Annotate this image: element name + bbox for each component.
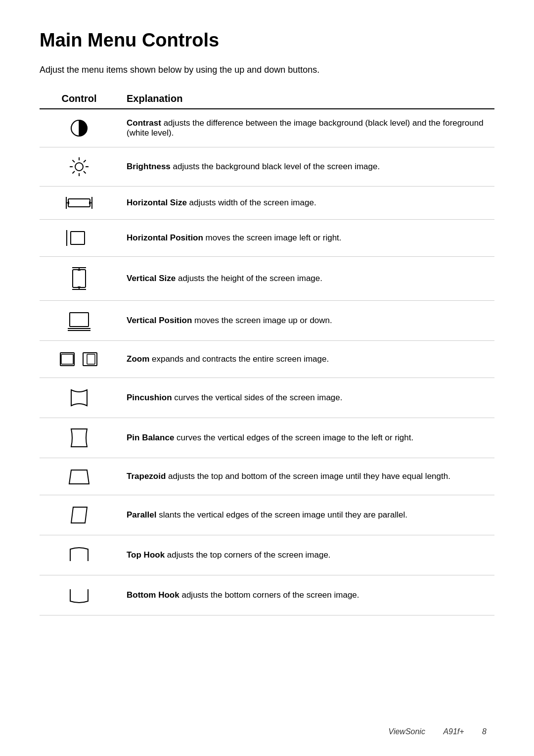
- explanation-text: moves the screen image left or right.: [203, 233, 342, 242]
- explanation-text: slants the vertical edges of the screen …: [157, 510, 407, 520]
- svg-line-10: [73, 171, 75, 174]
- bold-label: Parallel: [127, 510, 157, 520]
- explanation-cell-pincushion: Pincushion curves the vertical sides of …: [119, 378, 494, 418]
- bold-label: Pincushion: [127, 393, 172, 402]
- explanation-cell-top-hook: Top Hook adjusts the top corners of the …: [119, 535, 494, 575]
- icon-cell-contrast: [40, 109, 119, 147]
- explanation-text: adjusts width of the screen image.: [187, 198, 316, 207]
- icon-cell-brightness: [40, 147, 119, 187]
- page-title: Main Menu Controls: [40, 30, 494, 51]
- table-row: Horizontal Size adjusts width of the scr…: [40, 187, 494, 220]
- bold-label: Vertical Position: [127, 316, 192, 325]
- footer-page: 8: [482, 727, 487, 736]
- footer-brand: ViewSonic: [389, 727, 425, 736]
- svg-rect-24: [70, 313, 89, 327]
- table-row: Zoom expands and contracts the entire sc…: [40, 341, 494, 378]
- table-row: Pin Balance curves the vertical edges of…: [40, 418, 494, 458]
- svg-rect-19: [73, 270, 86, 287]
- explanation-text: adjusts the top corners of the screen im…: [165, 550, 330, 560]
- footer-model: A91f+: [443, 727, 464, 736]
- svg-line-8: [84, 171, 86, 174]
- table-row: Pincushion curves the vertical sides of …: [40, 378, 494, 418]
- svg-marker-32: [71, 507, 87, 523]
- explanation-text: adjusts the difference between the image…: [127, 118, 484, 138]
- bold-label: Vertical Size: [127, 274, 176, 283]
- table-row: Parallel slants the vertical edges of th…: [40, 495, 494, 535]
- bold-label: Horizontal Size: [127, 198, 187, 207]
- explanation-cell-vertical-position: Vertical Position moves the screen image…: [119, 301, 494, 341]
- explanation-cell-bottom-hook: Bottom Hook adjusts the bottom corners o…: [119, 575, 494, 615]
- svg-rect-30: [87, 354, 95, 364]
- explanation-text: curves the vertical sides of the screen …: [172, 393, 343, 402]
- explanation-text: curves the vertical edges of the screen …: [174, 433, 413, 442]
- icon-cell-pincushion: [40, 378, 119, 418]
- icon-cell-zoom: [40, 341, 119, 378]
- svg-line-9: [84, 160, 86, 163]
- table-row: Horizontal Position moves the screen ima…: [40, 220, 494, 257]
- svg-marker-31: [69, 470, 89, 484]
- explanation-cell-brightness: Brightness adjusts the background black …: [119, 147, 494, 187]
- svg-line-7: [73, 160, 75, 163]
- table-row: Brightness adjusts the background black …: [40, 147, 494, 187]
- icon-cell-horizontal-size: [40, 187, 119, 220]
- bold-label: Trapezoid: [127, 472, 166, 481]
- table-row: Vertical Size adjusts the height of the …: [40, 257, 494, 301]
- explanation-cell-zoom: Zoom expands and contracts the entire sc…: [119, 341, 494, 378]
- intro-text: Adjust the menu items shown below by usi…: [40, 65, 494, 75]
- bold-label: Top Hook: [127, 550, 165, 560]
- bold-label: Brightness: [127, 162, 171, 171]
- bold-label: Contrast: [127, 118, 161, 128]
- explanation-text: adjusts the top and bottom of the screen…: [166, 472, 450, 481]
- table-row: Vertical Position moves the screen image…: [40, 301, 494, 341]
- table-row: Trapezoid adjusts the top and bottom of …: [40, 458, 494, 495]
- icon-cell-bottom-hook: [40, 575, 119, 615]
- col-control: Control: [40, 89, 119, 109]
- explanation-text: adjusts the background black level of th…: [171, 162, 380, 171]
- explanation-cell-pin-balance: Pin Balance curves the vertical edges of…: [119, 418, 494, 458]
- explanation-cell-horizontal-position: Horizontal Position moves the screen ima…: [119, 220, 494, 257]
- explanation-cell-parallel: Parallel slants the vertical edges of th…: [119, 495, 494, 535]
- icon-cell-vertical-position: [40, 301, 119, 341]
- svg-rect-11: [68, 199, 90, 207]
- explanation-cell-vertical-size: Vertical Size adjusts the height of the …: [119, 257, 494, 301]
- explanation-text: expands and contracts the entire screen …: [149, 354, 329, 364]
- icon-cell-horizontal-position: [40, 220, 119, 257]
- col-explanation: Explanation: [119, 89, 494, 109]
- svg-point-2: [75, 163, 83, 171]
- icon-cell-vertical-size: [40, 257, 119, 301]
- explanation-cell-horizontal-size: Horizontal Size adjusts width of the scr…: [119, 187, 494, 220]
- explanation-cell-contrast: Contrast adjusts the difference between …: [119, 109, 494, 147]
- bold-label: Pin Balance: [127, 433, 174, 442]
- explanation-text: adjusts the bottom corners of the screen…: [179, 590, 359, 600]
- footer: ViewSonic A91f+ 8: [381, 727, 495, 736]
- icon-cell-pin-balance: [40, 418, 119, 458]
- explanation-text: moves the screen image up or down.: [192, 316, 332, 325]
- table-row: Bottom Hook adjusts the bottom corners o…: [40, 575, 494, 615]
- svg-rect-28: [61, 354, 73, 364]
- table-row: Top Hook adjusts the top corners of the …: [40, 535, 494, 575]
- bold-label: Zoom: [127, 354, 149, 364]
- table-row: Contrast adjusts the difference between …: [40, 109, 494, 147]
- icon-cell-trapezoid: [40, 458, 119, 495]
- icon-cell-parallel: [40, 495, 119, 535]
- explanation-text: adjusts the height of the screen image.: [176, 274, 322, 283]
- icon-cell-top-hook: [40, 535, 119, 575]
- controls-table: Control Explanation Contrast adjusts the…: [40, 89, 494, 615]
- svg-rect-27: [60, 353, 74, 366]
- explanation-cell-trapezoid: Trapezoid adjusts the top and bottom of …: [119, 458, 494, 495]
- bold-label: Horizontal Position: [127, 233, 203, 242]
- bold-label: Bottom Hook: [127, 590, 179, 600]
- svg-rect-17: [71, 232, 85, 244]
